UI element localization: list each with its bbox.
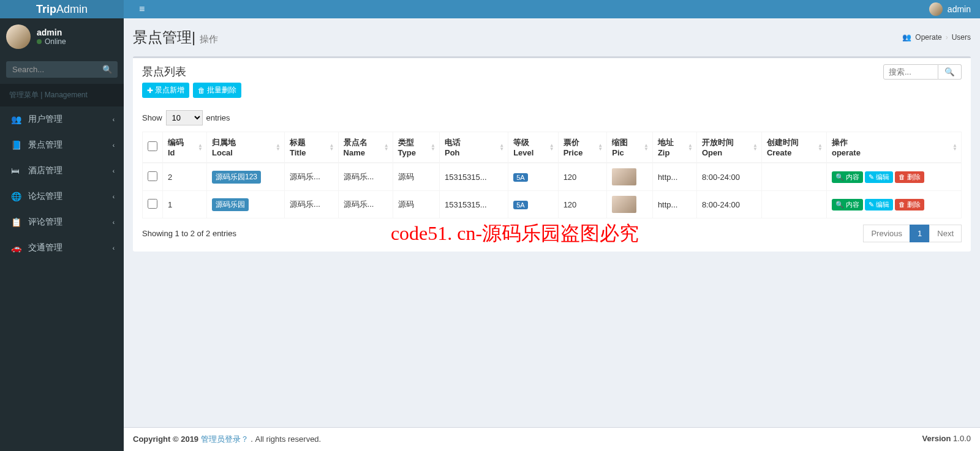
cell-create	[761, 163, 826, 191]
cell-title: 源码乐...	[285, 191, 339, 218]
cell-type: 源码	[393, 163, 439, 191]
content-button[interactable]: 🔍内容	[832, 171, 863, 183]
sort-icon: ▲▼	[598, 144, 603, 151]
user-panel: admin Online	[0, 18, 124, 55]
cell-type: 源码	[393, 191, 439, 218]
user-menu[interactable]: admin	[929, 2, 971, 16]
sidebar-item-0[interactable]: 👥用户管理‹	[0, 106, 124, 132]
add-button[interactable]: ✚景点新增	[142, 83, 189, 98]
menu-icon: 🌐	[11, 192, 23, 201]
cell-price: 120	[558, 191, 607, 218]
sidebar-item-1[interactable]: 📘景点管理‹	[0, 132, 124, 158]
cell-id: 1	[163, 191, 207, 218]
top-header: TripAdmin ≡ admin	[0, 0, 980, 18]
sidebar-item-2[interactable]: 🛏酒店管理‹	[0, 158, 124, 184]
column-header[interactable]: 编码Id▲▼	[163, 132, 207, 163]
column-header[interactable]: 标题Title▲▼	[285, 132, 339, 163]
sort-icon: ▲▼	[818, 144, 823, 151]
cell-create	[761, 191, 826, 218]
sidebar-section-header: 管理菜单 | Management	[0, 84, 124, 106]
sort-icon: ▲▼	[688, 144, 693, 151]
edit-button[interactable]: ✎编辑	[865, 199, 893, 211]
edit-icon: ✎	[869, 201, 874, 209]
delete-button[interactable]: 🗑删除	[895, 171, 924, 183]
cell-name: 源码乐...	[338, 191, 393, 218]
box-title: 景点列表	[142, 64, 241, 79]
column-header[interactable]: 开放时间Open▲▼	[696, 132, 761, 163]
sidebar-search-input[interactable]	[6, 61, 118, 78]
edit-icon: ✎	[869, 173, 874, 181]
chevron-left-icon: ‹	[113, 116, 115, 123]
cell-zip: http...	[652, 191, 696, 218]
sort-icon: ▲▼	[198, 144, 203, 151]
sidebar-item-3[interactable]: 🌐论坛管理‹	[0, 184, 124, 209]
search-icon[interactable]: 🔍	[938, 64, 962, 80]
page-number[interactable]: 1	[910, 225, 930, 242]
footer-link[interactable]: 管理员登录？	[201, 434, 249, 444]
chevron-left-icon: ‹	[113, 168, 115, 174]
thumbnail	[612, 196, 636, 213]
page-next[interactable]: Next	[929, 225, 962, 242]
list-box: 景点列表 ✚景点新增 🗑批量删除 🔍 Show 10 entries	[133, 56, 971, 252]
user-status: Online	[37, 37, 66, 46]
sort-icon: ▲▼	[330, 144, 334, 151]
sidebar-item-label: 论坛管理	[28, 191, 62, 202]
chevron-left-icon: ‹	[113, 142, 115, 149]
table-row: 2 源码乐园123 源码乐... 源码乐... 源码 15315315... 5…	[143, 163, 962, 191]
sort-icon: ▲▼	[644, 144, 649, 151]
row-checkbox[interactable]	[148, 171, 157, 181]
level-badge: 5A	[513, 173, 527, 182]
column-header[interactable]: 等级Level▲▼	[508, 132, 558, 163]
select-all-checkbox[interactable]	[148, 141, 157, 151]
hamburger-icon[interactable]: ≡	[133, 4, 151, 15]
chevron-left-icon: ‹	[113, 219, 115, 226]
row-checkbox[interactable]	[148, 199, 157, 209]
sidebar-item-5[interactable]: 🚗交通管理‹	[0, 235, 124, 261]
level-badge: 5A	[513, 201, 527, 209]
column-header[interactable]: 创建时间Create▲▼	[761, 132, 826, 163]
menu-icon: 👥	[11, 114, 23, 124]
thumbnail	[612, 168, 636, 185]
sort-icon: ▲▼	[499, 144, 504, 151]
edit-button[interactable]: ✎编辑	[865, 171, 893, 183]
column-header[interactable]: 归属地Local▲▼	[207, 132, 285, 163]
column-header[interactable]: 缩图Pic▲▼	[607, 132, 653, 163]
sidebar-item-4[interactable]: 📋评论管理‹	[0, 209, 124, 235]
box-search-input[interactable]	[883, 64, 938, 80]
users-icon: 👥	[902, 33, 911, 42]
status-dot-icon	[37, 39, 42, 44]
navbar-username: admin	[948, 4, 971, 14]
cell-title: 源码乐...	[285, 163, 339, 191]
column-header[interactable]: 地址Zip▲▼	[652, 132, 696, 163]
cell-zip: http...	[652, 163, 696, 191]
sidebar: admin Online 🔍 管理菜单 | Management 👥用户管理‹📘…	[0, 0, 124, 451]
data-table: 编码Id▲▼归属地Local▲▼标题Title▲▼景点名Name▲▼类型Type…	[142, 132, 962, 218]
search-icon[interactable]: 🔍	[102, 65, 113, 74]
trash-icon: 🗑	[899, 201, 905, 208]
delete-button[interactable]: 🗑删除	[895, 199, 924, 211]
column-header[interactable]: 景点名Name▲▼	[338, 132, 393, 163]
column-header[interactable]: 票价Price▲▼	[558, 132, 607, 163]
brand-logo[interactable]: TripAdmin	[0, 0, 124, 18]
search-icon: 🔍	[835, 201, 844, 209]
sort-icon: ▲▼	[276, 144, 281, 151]
column-header[interactable]: 类型Type▲▼	[393, 132, 439, 163]
entries-select[interactable]: 10	[166, 110, 203, 125]
page-prev[interactable]: Previous	[863, 225, 910, 242]
column-header[interactable]: 操作operate▲▼	[826, 132, 961, 163]
content-button[interactable]: 🔍内容	[832, 199, 863, 211]
breadcrumb-root[interactable]: Operate	[915, 33, 941, 42]
footer: Copyright © 2019 管理员登录？ . All rights res…	[124, 427, 980, 451]
plus-icon: ✚	[147, 86, 153, 95]
search-icon: 🔍	[835, 173, 844, 181]
bulk-delete-button[interactable]: 🗑批量删除	[193, 83, 241, 98]
sort-icon: ▲▼	[952, 144, 957, 151]
menu-icon: 📋	[11, 217, 23, 227]
column-header[interactable]: 电话Poh▲▼	[439, 132, 508, 163]
table-info: Showing 1 to 2 of 2 entries	[142, 229, 236, 238]
pagination: Previous 1 Next	[864, 225, 962, 242]
sidebar-item-label: 评论管理	[28, 217, 62, 228]
page-title: 景点管理| 操作	[133, 28, 218, 47]
local-badge: 源码乐园123	[212, 171, 261, 184]
menu-icon: 🛏	[11, 166, 23, 176]
